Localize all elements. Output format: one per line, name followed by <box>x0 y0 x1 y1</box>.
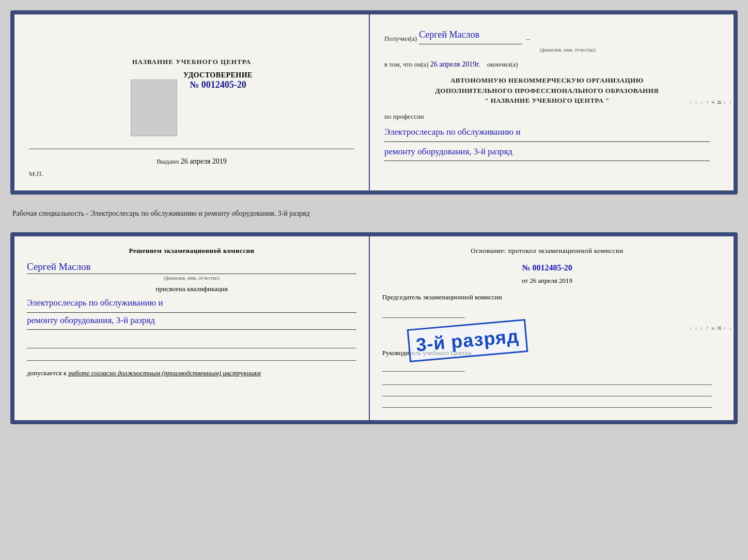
bottom-recipient-name: Сергей Маслов <box>27 261 356 274</box>
bottom-cert-number: № 0012405-20 <box>382 263 712 273</box>
vydano-label: Выдано <box>157 157 179 165</box>
predsedatel-block: Председатель экзаменационной комиссии 3-… <box>382 293 712 318</box>
dopuskaetsya-value: работе согласно должностным (производств… <box>68 369 260 377</box>
profession-line1: Электрослесарь по обслуживанию и <box>384 124 710 142</box>
udostoverenie-block: УДОСТОВЕРЕНИЕ № 0012405-20 <box>183 71 253 90</box>
org-line1: АВТОНОМНУЮ НЕКОММЕРЧЕСКУЮ ОРГАНИЗАЦИЮ <box>384 75 710 86</box>
cert-number: № 0012405-20 <box>183 79 253 90</box>
osnovanie-title: Основание: протокол экзаменационной коми… <box>382 247 712 255</box>
top-right-panel: Получил(а) Сергей Маслов – (фамилия, имя… <box>370 14 724 190</box>
stamp-text: 3-й разряд <box>415 325 520 356</box>
udostoverenie-label: УДОСТОВЕРЕНИЕ <box>183 71 253 79</box>
profession-line2: ремонту оборудования, 3-й разряд <box>384 144 710 162</box>
vydano-block: Выдано 26 апреля 2019 <box>157 157 227 166</box>
recipient-name: Сергей Маслов <box>419 27 522 44</box>
page-container: НАЗВАНИЕ УЧЕБНОГО ЦЕНТРА УДОСТОВЕРЕНИЕ №… <box>10 10 738 424</box>
top-center-title: НАЗВАНИЕ УЧЕБНОГО ЦЕНТРА <box>132 58 252 66</box>
ot-date-value: 26 апреля 2019 <box>529 277 572 284</box>
photo-placeholder <box>131 79 177 136</box>
bottom-right-stripe: – – И а ← – – – <box>724 236 734 420</box>
top-left-panel: НАЗВАНИЕ УЧЕБНОГО ЦЕНТРА УДОСТОВЕРЕНИЕ №… <box>14 14 370 190</box>
resheniem-title: Решением экзаменационной комиссии <box>27 247 356 255</box>
predsedatel-text: Председатель экзаменационной комиссии <box>382 293 712 301</box>
right-stripe: – – И а ← – – – <box>724 14 734 190</box>
bottom-left-panel: Решением экзаменационной комиссии Сергей… <box>14 236 370 420</box>
signature-lines <box>27 338 356 361</box>
completion-date: 26 апреля 2019г. <box>430 60 480 68</box>
vydano-date: 26 апреля 2019 <box>181 157 227 165</box>
ot-date: от 26 апреля 2019 <box>382 277 712 285</box>
po-professii-block: по профессии Электрослесарь по обслужива… <box>384 111 710 161</box>
org-line3: " НАЗВАНИЕ УЧЕБНОГО ЦЕНТРА " <box>384 95 710 106</box>
bottom-fio-subtitle: (фамилия, имя, отчество) <box>27 275 356 281</box>
po-professii-label: по профессии <box>384 111 710 122</box>
top-certificate-card: НАЗВАНИЕ УЧЕБНОГО ЦЕНТРА УДОСТОВЕРЕНИЕ №… <box>10 10 738 195</box>
poluchil-line: Получил(а) Сергей Маслов – <box>384 27 710 44</box>
fio-subtitle-top: (фамилия, имя, отчество) <box>426 45 710 54</box>
bottom-right-panel: Основание: протокол экзаменационной коми… <box>370 236 724 420</box>
vtom-line: в том, что он(а) 26 апреля 2019г. окончи… <box>384 58 710 71</box>
dopuskaetsya-label: допускается к <box>27 369 67 377</box>
org-line2: ДОПОЛНИТЕЛЬНОГО ПРОФЕССИОНАЛЬНОГО ОБРАЗО… <box>384 86 710 96</box>
bottom-name-block: Сергей Маслов (фамилия, имя, отчество) <box>27 261 356 281</box>
right-side-lines <box>382 376 712 408</box>
mp-block: М.П. <box>29 170 43 178</box>
qual-line1: Электрослесарь по обслуживанию и <box>27 295 356 313</box>
ot-label: от <box>522 277 528 284</box>
okonchill-text: окончил(а) <box>487 60 518 68</box>
poluchil-text: Получил(а) <box>384 33 417 44</box>
prisvoena-text: присвоена квалификация <box>27 285 356 293</box>
dopuskaetsya-block: допускается к работе согласно должностны… <box>27 369 356 377</box>
bottom-certificate-card: Решением экзаменационной комиссии Сергей… <box>10 232 738 424</box>
vtom-label: в том, что он(а) <box>384 60 429 68</box>
qual-line2: ремонту оборудования, 3-й разряд <box>27 313 356 330</box>
middle-description: Рабочая специальность - Электрослесарь п… <box>10 203 738 224</box>
org-block: АВТОНОМНУЮ НЕКОММЕРЧЕСКУЮ ОРГАНИЗАЦИЮ ДО… <box>384 75 710 106</box>
